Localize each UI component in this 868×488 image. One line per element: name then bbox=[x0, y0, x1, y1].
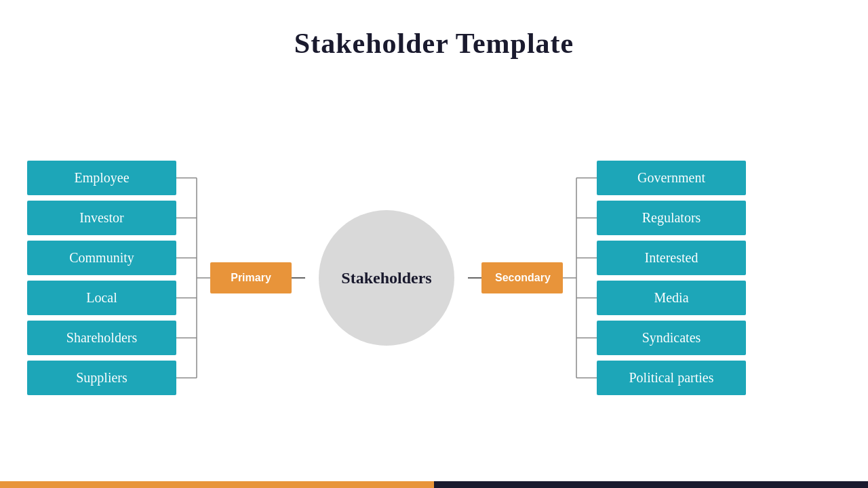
left-item-0: Employee bbox=[27, 161, 176, 195]
left-item-4: Shareholders bbox=[27, 321, 176, 355]
primary-box: Primary bbox=[210, 262, 292, 293]
line-center-secondary bbox=[468, 277, 481, 279]
right-item-3: Media bbox=[597, 281, 746, 315]
left-item-3: Local bbox=[27, 281, 176, 315]
right-item-5: Political parties bbox=[597, 361, 746, 395]
left-item-5: Suppliers bbox=[27, 361, 176, 395]
center-circle: Stakeholders bbox=[319, 210, 454, 346]
line-primary-center bbox=[292, 277, 305, 279]
diagram-inner: EmployeeInvestorCommunityLocalShareholde… bbox=[27, 161, 841, 395]
left-item-2: Community bbox=[27, 241, 176, 275]
secondary-box: Secondary bbox=[481, 262, 563, 293]
right-item-0: Government bbox=[597, 161, 746, 195]
left-item-1: Investor bbox=[27, 201, 176, 235]
bottom-bar-left bbox=[0, 481, 434, 488]
right-items: GovernmentRegulatorsInterestedMediaSyndi… bbox=[597, 161, 746, 395]
diagram-container: EmployeeInvestorCommunityLocalShareholde… bbox=[0, 88, 868, 468]
right-item-2: Interested bbox=[597, 241, 746, 275]
right-item-4: Syndicates bbox=[597, 321, 746, 355]
right-item-1: Regulators bbox=[597, 201, 746, 235]
bottom-bar-right bbox=[434, 481, 868, 488]
page-title: Stakeholder Template bbox=[0, 0, 868, 60]
left-items: EmployeeInvestorCommunityLocalShareholde… bbox=[27, 161, 176, 395]
